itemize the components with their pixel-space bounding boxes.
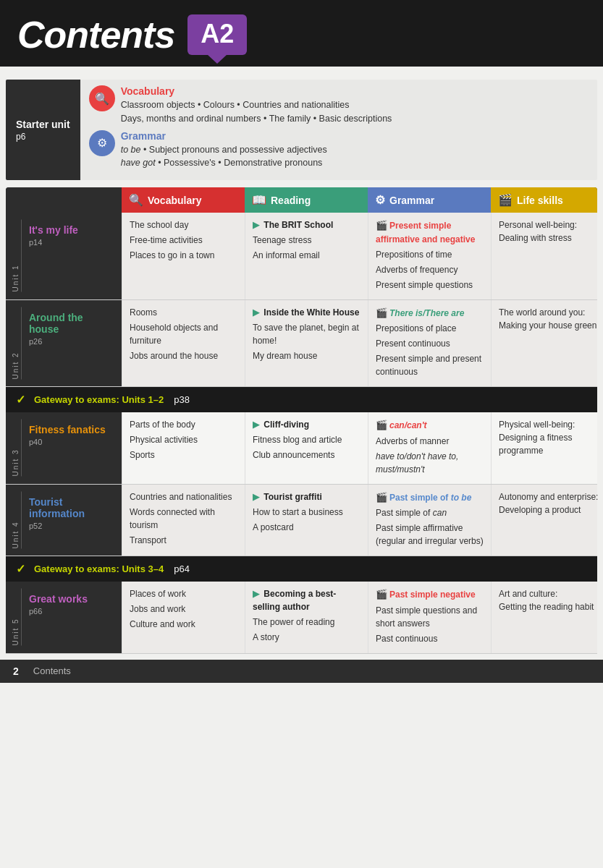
gateway-3-4: ✓ Gateway to exams: Units 3–4 p64: [6, 556, 597, 582]
unit-2-number: Unit 2: [12, 307, 22, 380]
unit-1-title: It's my life: [29, 224, 78, 237]
unit-1-grammar: 🎬Present simple affirmative and negative…: [368, 213, 491, 299]
unit-5-lifeskills: Art and culture:Getting the reading habi…: [491, 582, 603, 653]
starter-grammar-content: Grammar to be • Subject pronouns and pos…: [121, 130, 327, 171]
unit-2-vocab: Rooms Household objects and furniture Jo…: [122, 300, 245, 387]
gateway-3-4-label: Gateway to exams: Units 3–4: [34, 563, 164, 574]
unit-4-label: Unit 4 Tourist information p52: [6, 485, 122, 556]
starter-vocab-content: Vocabulary Classroom objects • Colours •…: [121, 85, 392, 126]
unit-row-5: Unit 5 Great works p66 Places of work Jo…: [6, 582, 597, 654]
unit-4-reading: ▶ Tourist graffiti How to start a busine…: [245, 485, 368, 556]
unit-1-page: p14: [29, 238, 78, 247]
unit-5-number: Unit 5: [12, 589, 22, 646]
starter-vocab-row: 🔍 Vocabulary Classroom objects • Colours…: [89, 85, 589, 126]
unit-5-label: Unit 5 Great works p66: [6, 582, 122, 653]
unit-2-grammar: 🎬There is/There are Prepositions of plac…: [368, 300, 491, 387]
starter-content: 🔍 Vocabulary Classroom objects • Colours…: [80, 80, 597, 180]
unit-row-4: Unit 4 Tourist information p52 Countries…: [6, 485, 597, 557]
unit-4-number: Unit 4: [12, 492, 22, 549]
unit-2-title: Around the house: [29, 312, 113, 336]
page-title: Contents: [17, 13, 174, 56]
unit-4-lifeskills: Autonomy and enterprise:Developing a pro…: [491, 485, 603, 556]
column-headers: 🔍 Vocabulary 📖 Reading ⚙ Grammar 🎬 Life …: [6, 187, 597, 213]
gateway-3-4-page: p64: [174, 563, 190, 574]
footer-label: Contents: [33, 665, 71, 676]
unit-5-reading: ▶ Becoming a best-selling author The pow…: [245, 582, 368, 653]
lifeskills-col-icon: 🎬: [498, 193, 513, 207]
col-header-lifeskills: 🎬 Life skills: [491, 187, 597, 213]
starter-unit-row: Starter unit p6 🔍 Vocabulary Classroom o…: [6, 80, 597, 180]
unit-4-vocab: Countries and nationalities Words connec…: [122, 485, 245, 556]
unit-2-page: p26: [29, 337, 113, 346]
starter-grammar-row: ⚙ Grammar to be • Subject pronouns and p…: [89, 130, 589, 171]
page-header: Contents A2: [0, 0, 603, 67]
starter-vocab-text: Classroom objects • Colours • Countries …: [121, 98, 392, 126]
unit-3-vocab: Parts of the body Physical activities Sp…: [122, 412, 245, 484]
unit-3-reading: ▶ Cliff-diving Fitness blog and article …: [245, 412, 368, 484]
main-content-table: 🔍 Vocabulary 📖 Reading ⚙ Grammar 🎬 Life …: [6, 187, 597, 654]
unit-2-reading: ▶ Inside the White House To save the pla…: [245, 300, 368, 387]
unit-1-label: Unit 1 It's my life p14: [6, 213, 122, 299]
col-header-vocab: 🔍 Vocabulary: [122, 187, 245, 213]
starter-grammar-text: to be • Subject pronouns and possessive …: [121, 143, 327, 171]
unit-5-title: Great works: [29, 593, 88, 605]
level-badge: A2: [187, 14, 247, 55]
unit-3-lifeskills: Physical well-being:Designing a fitness …: [491, 412, 603, 484]
unit-3-grammar: 🎬can/can't Adverbs of manner have to/don…: [368, 412, 491, 484]
unit-3-number: Unit 3: [12, 420, 22, 477]
unit-4-grammar: 🎬Past simple of to be Past simple of can…: [368, 485, 491, 556]
gateway-1-2: ✓ Gateway to exams: Units 1–2 p38: [6, 387, 597, 412]
unit-3-page: p40: [29, 438, 106, 446]
vocab-icon: 🔍: [89, 85, 115, 111]
col-header-grammar: ⚙ Grammar: [368, 187, 491, 213]
unit-5-vocab: Places of work Jobs and work Culture and…: [122, 582, 245, 653]
col-header-reading: 📖 Reading: [245, 187, 368, 213]
unit-4-page: p52: [29, 522, 113, 530]
starter-unit-label: Starter unit p6: [6, 80, 80, 180]
col-header-unit: [6, 187, 122, 213]
grammar-col-icon: ⚙: [375, 193, 385, 207]
gateway-1-2-page: p38: [174, 394, 190, 405]
unit-row-1: Unit 1 It's my life p14 The school day F…: [6, 213, 597, 300]
unit-row-2: Unit 2 Around the house p26 Rooms Househ…: [6, 300, 597, 388]
unit-2-lifeskills: The world around you:Making your house g…: [491, 300, 603, 387]
gateway-check-icon-2: ✓: [16, 562, 25, 576]
unit-1-reading: ▶ The BRIT School Teenage stress An info…: [245, 213, 368, 299]
gateway-1-2-label: Gateway to exams: Units 1–2: [34, 394, 164, 405]
unit-1-number: Unit 1: [12, 220, 22, 292]
unit-5-grammar: 🎬Past simple negative Past simple questi…: [368, 582, 491, 653]
grammar-icon: ⚙: [89, 130, 115, 156]
unit-2-label: Unit 2 Around the house p26: [6, 300, 122, 387]
unit-4-title: Tourist information: [29, 496, 113, 521]
unit-3-label: Unit 3 Fitness fanatics p40: [6, 412, 122, 484]
vocab-col-icon: 🔍: [129, 193, 143, 207]
footer-page-number: 2: [13, 665, 19, 677]
reading-col-icon: 📖: [252, 193, 266, 207]
unit-3-title: Fitness fanatics: [29, 424, 106, 436]
unit-5-page: p66: [29, 607, 88, 616]
page-footer: 2 Contents: [0, 660, 603, 683]
unit-1-vocab: The school day Free-time activities Plac…: [122, 213, 245, 299]
unit-1-lifeskills: Personal well-being:Dealing with stress: [491, 213, 603, 299]
unit-row-3: Unit 3 Fitness fanatics p40 Parts of the…: [6, 412, 597, 485]
gateway-check-icon: ✓: [16, 393, 25, 407]
